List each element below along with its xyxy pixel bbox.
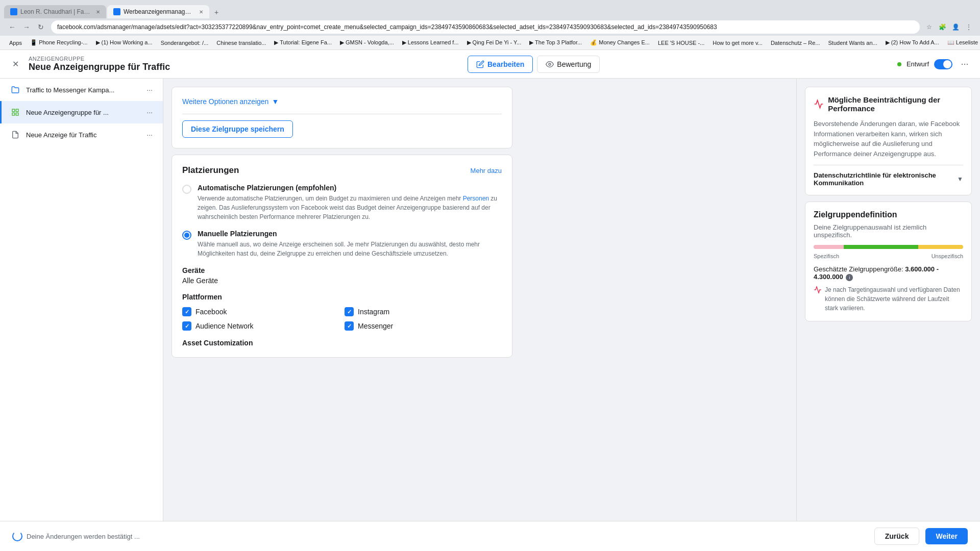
messenger-checkbox[interactable] bbox=[345, 321, 354, 331]
status-toggle[interactable] bbox=[934, 59, 952, 69]
platzierungen-header: Platzierungen Mehr dazu bbox=[182, 165, 502, 176]
bewertung-button[interactable]: Bewertung bbox=[537, 56, 600, 73]
tab-werbung[interactable]: Werbeanzeigenmanager - We... ✕ bbox=[107, 5, 209, 18]
sidebar-item-adset[interactable]: Neue Anzeigengruppe für ... ··· bbox=[0, 101, 163, 123]
save-zielgruppe-button[interactable]: Diese Zielgruppe speichern bbox=[182, 120, 293, 138]
star-icon[interactable]: ☆ bbox=[924, 22, 934, 32]
radio-automatisch[interactable]: Automatische Platzierungen (empfohlen) V… bbox=[182, 184, 502, 221]
top-bar-right: Entwurf ··· bbox=[897, 57, 972, 71]
back-button[interactable]: ← bbox=[6, 21, 18, 33]
chevron-down-icon: ▼ bbox=[272, 97, 279, 106]
platform-facebook: Facebook bbox=[182, 307, 339, 316]
profile-icon[interactable]: 👤 bbox=[950, 22, 961, 32]
saving-indicator: Deine Änderungen werden bestätigt ... bbox=[12, 531, 868, 541]
tab-close-werbung[interactable]: ✕ bbox=[199, 9, 203, 15]
url-text: facebook.com/adsmanager/manage/adsets/ed… bbox=[57, 23, 717, 31]
plattformen-title: Plattformen bbox=[182, 293, 502, 301]
radio-manuell-content: Manuelle Platzierungen Wähle manuell aus… bbox=[198, 230, 502, 258]
radio-manuell-circle[interactable] bbox=[182, 231, 191, 240]
weitere-optionen-label: Weitere Optionen anzeigen bbox=[182, 97, 268, 106]
close-button[interactable]: ✕ bbox=[8, 57, 22, 71]
instagram-checkbox[interactable] bbox=[345, 307, 354, 316]
bookmark-leseliste[interactable]: 📖 Leseliste bbox=[944, 38, 980, 47]
performance-title: Mögliche Beeinträchtigung der Performanc… bbox=[814, 95, 963, 113]
menu-icon[interactable]: ⋮ bbox=[964, 22, 974, 32]
tab-bar: Leon R. Chaudhari | Facebook ... ✕ Werbe… bbox=[0, 0, 980, 18]
bookmark-gmsn[interactable]: ▶ GMSN - Vologda,... bbox=[337, 38, 397, 47]
bookmark-money[interactable]: 💰 Money Changes E... bbox=[587, 38, 653, 47]
sidebar-item-campaign[interactable]: Traffic to Messenger Kampa... ··· bbox=[0, 79, 163, 101]
bookmark-lessons[interactable]: ▶ Lessons Learned f... bbox=[399, 38, 462, 47]
sidebar-campaign-dots[interactable]: ··· bbox=[144, 84, 155, 96]
radio-manuell[interactable]: Manuelle Platzierungen Wähle manuell aus… bbox=[182, 230, 502, 258]
refresh-button[interactable]: ↻ bbox=[35, 21, 47, 33]
bookmark-top3[interactable]: ▶ The Top 3 Platfor... bbox=[526, 38, 585, 47]
save-zielgruppe-label: Diese Zielgruppe speichern bbox=[191, 125, 284, 133]
trend-icon bbox=[814, 286, 822, 297]
bookmark-lee[interactable]: LEE 'S HOUSE -... bbox=[655, 39, 707, 47]
browser-actions: ☆ 🧩 👤 ⋮ bbox=[924, 22, 974, 32]
bookmark-add[interactable]: ▶ (2) How To Add A... bbox=[883, 38, 942, 47]
more-button[interactable]: ··· bbox=[958, 57, 972, 71]
sidebar-campaign-label: Traffic to Messenger Kampa... bbox=[26, 86, 139, 94]
geraete-title: Geräte bbox=[182, 266, 502, 274]
audience-network-label: Audience Network bbox=[195, 322, 254, 330]
radio-automatisch-circle[interactable] bbox=[182, 185, 191, 194]
bookmark-chinese[interactable]: Chinese translatio... bbox=[213, 39, 269, 47]
tab-facebook[interactable]: Leon R. Chaudhari | Facebook ... ✕ bbox=[4, 5, 106, 18]
personen-link[interactable]: Personen bbox=[463, 195, 489, 202]
tab-favicon-werbung bbox=[113, 8, 120, 15]
loading-spinner bbox=[12, 531, 22, 541]
platzierungen-title: Platzierungen bbox=[182, 165, 239, 176]
url-bar[interactable]: facebook.com/adsmanager/manage/adsets/ed… bbox=[51, 20, 920, 34]
sidebar-item-ad[interactable]: Neue Anzeige für Traffic ··· bbox=[0, 123, 163, 146]
bookmark-sonder[interactable]: Sonderangebot: /... bbox=[158, 39, 212, 47]
status-text: Entwurf bbox=[906, 60, 929, 68]
facebook-label: Facebook bbox=[195, 308, 227, 316]
extensions-icon[interactable]: 🧩 bbox=[937, 22, 947, 32]
weiter-button[interactable]: Weiter bbox=[925, 528, 968, 544]
bookmark-more[interactable]: How to get more v... bbox=[709, 39, 766, 47]
audience-bar-yellow bbox=[918, 245, 963, 249]
main-content: Traffic to Messenger Kampa... ··· Neue A… bbox=[0, 79, 980, 521]
sidebar-adset-dots[interactable]: ··· bbox=[144, 106, 155, 118]
sidebar-adset-label: Neue Anzeigengruppe für ... bbox=[26, 109, 139, 116]
tab-label-fb: Leon R. Chaudhari | Facebook ... bbox=[20, 8, 91, 15]
svg-rect-2 bbox=[16, 109, 18, 112]
asset-customization-title: Asset Customization bbox=[182, 339, 502, 347]
info-icon[interactable]: i bbox=[846, 274, 853, 281]
zurueck-button[interactable]: Zurück bbox=[874, 528, 920, 545]
bookmark-datenschutz[interactable]: Datenschutz – Re... bbox=[768, 39, 823, 47]
bookmark-working[interactable]: ▶ (1) How Working a... bbox=[93, 38, 156, 47]
svg-rect-1 bbox=[12, 109, 15, 112]
forward-button[interactable]: → bbox=[20, 21, 33, 33]
datenschutz-accordion[interactable]: Datenschutzrichtlinie für elektronische … bbox=[814, 165, 963, 187]
bookmark-tutorial[interactable]: ▶ Tutorial: Eigene Fa... bbox=[271, 38, 335, 47]
geraete-section: Geräte Alle Geräte bbox=[182, 266, 502, 285]
audience-network-checkbox[interactable] bbox=[182, 321, 191, 331]
weitere-optionen-card: Weitere Optionen anzeigen ▼ Diese Zielgr… bbox=[172, 87, 512, 148]
mehr-dazu-link[interactable]: Mehr dazu bbox=[471, 167, 502, 174]
new-tab-button[interactable]: + bbox=[210, 6, 223, 18]
tab-close-fb[interactable]: ✕ bbox=[96, 9, 100, 15]
zielgruppe-title: Zielgruppendefinition bbox=[814, 210, 963, 219]
datenschutz-title: Datenschutzrichtlinie für elektronische … bbox=[814, 171, 957, 187]
ad-icon bbox=[10, 129, 21, 140]
platzierungen-card: Platzierungen Mehr dazu Automatische Pla… bbox=[172, 155, 512, 358]
audience-labels: Spezifisch Unspezifisch bbox=[814, 253, 963, 259]
bookmark-apps[interactable]: Apps bbox=[6, 39, 25, 47]
bookmark-qing[interactable]: ▶ Qing Fei De Yi - Y... bbox=[464, 38, 525, 47]
chevron-right-icon: ▼ bbox=[957, 176, 963, 183]
bookmark-phone[interactable]: 📱 Phone Recycling-... bbox=[27, 38, 90, 47]
label-unspezifisch: Unspezifisch bbox=[932, 253, 963, 259]
groesse-label: Geschätzte Zielgruppengröße: bbox=[814, 265, 903, 273]
messenger-label: Messenger bbox=[358, 322, 393, 330]
bearbeiten-label: Bearbeiten bbox=[487, 60, 524, 68]
zielgruppe-card: Zielgruppendefinition Deine Zielgruppena… bbox=[805, 202, 972, 321]
facebook-checkbox[interactable] bbox=[182, 307, 191, 316]
note-text: Je nach Targetingauswahl und verfügbaren… bbox=[825, 285, 963, 313]
sidebar-ad-dots[interactable]: ··· bbox=[144, 129, 155, 141]
bearbeiten-button[interactable]: Bearbeiten bbox=[468, 56, 533, 73]
bookmark-student[interactable]: Student Wants an... bbox=[825, 39, 880, 47]
weitere-optionen-button[interactable]: Weitere Optionen anzeigen ▼ bbox=[182, 97, 502, 106]
